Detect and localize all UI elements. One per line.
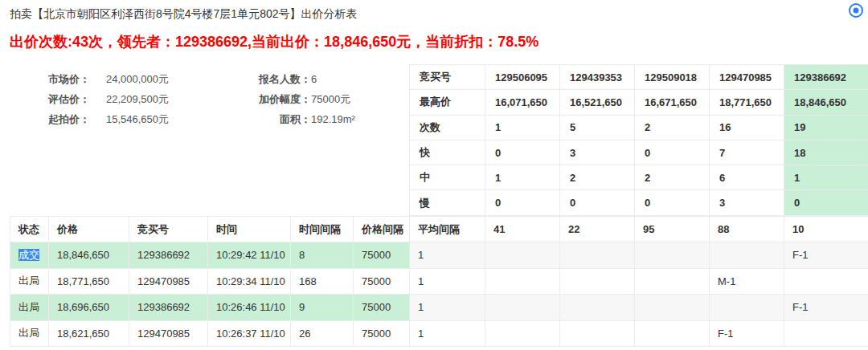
stat-row-label: 快 [410, 140, 485, 165]
stat-cell: 1 [485, 115, 560, 140]
avg-gap-value: 95 [635, 217, 710, 242]
enroll-count-label: 报名人数： [233, 69, 311, 89]
time-gap-cell: 26 [291, 320, 354, 347]
flag-cell: F-1 [784, 242, 868, 269]
stat-cell: 0 [560, 190, 635, 215]
bidder-stats-table: 竞买号 129506095 129439353 129509018 129470… [409, 64, 868, 216]
flag-cell [560, 295, 635, 321]
enroll-count-value: 6 [311, 69, 355, 89]
avg-gap-value: 41 [485, 217, 560, 242]
price-gap-header: 价格间隔 [354, 217, 410, 242]
stat-cell: 16,071,650 [485, 90, 560, 115]
stat-cell: 2 [635, 165, 710, 190]
stat-cell: 129439353 [560, 65, 635, 90]
stat-cell: 16,671,650 [635, 90, 710, 115]
stat-cell: 16,521,650 [560, 90, 635, 115]
flag-cell [635, 242, 710, 269]
status-selected-text: 成交 [18, 249, 39, 261]
stat-cell-leader: 1 [784, 165, 868, 190]
avg-gap-value: 88 [710, 217, 784, 242]
flag-cell [485, 242, 560, 269]
stat-cell-leader: 18,846,650 [784, 90, 868, 115]
bidder-cell: 129470985 [129, 268, 208, 295]
price-gap-cell: 75000 [354, 320, 410, 347]
flag-cell [784, 268, 868, 295]
bid-log-row: 出局 18,771,650 129470985 10:29:34 11/10 1… [10, 268, 868, 295]
stat-cell: 2 [635, 115, 710, 140]
stat-cell: 6 [710, 165, 784, 190]
stat-cell-leader: 129386692 [784, 65, 868, 90]
status-cell: 出局 [10, 320, 49, 347]
stat-cell: 129506095 [485, 65, 560, 90]
flag-cell: F-1 [784, 295, 868, 321]
bidder-number-row: 竞买号 129506095 129439353 129509018 129470… [410, 65, 868, 90]
price-header: 价格 [49, 217, 129, 242]
avg-gap-value: 10 [784, 217, 868, 242]
price-cell: 18,771,650 [49, 268, 129, 295]
time-cell: 10:29:34 11/10 [208, 268, 291, 295]
stat-cell-leader: 0 [784, 190, 868, 215]
bid-log-row: 成交 18,846,650 129386692 10:29:42 11/10 8… [10, 242, 868, 269]
status-cell: 出局 [10, 268, 49, 295]
stat-cell: 129470985 [710, 65, 784, 90]
time-cell: 10:29:42 11/10 [208, 242, 291, 269]
start-price-label: 起拍价： [48, 109, 106, 129]
slow-row: 慢 0 0 0 3 0 [410, 190, 868, 215]
time-cell: 10:26:46 11/10 [208, 295, 291, 321]
status-header: 状态 [10, 217, 49, 242]
bid-log-header-row: 状态 价格 竞买号 时间 时间间隔 价格间隔 平均间隔 41 22 95 88 … [10, 217, 868, 242]
start-price-value: 15,546,650元 [106, 109, 233, 129]
stat-cell: 0 [635, 140, 710, 165]
price-gap-cell: 75000 [354, 268, 410, 295]
flag-cell [710, 242, 784, 269]
increment-value: 75000元 [311, 89, 355, 109]
bid-log-table: 状态 价格 竞买号 时间 时间间隔 价格间隔 平均间隔 41 22 95 88 … [10, 216, 868, 347]
stat-row-label: 竞买号 [410, 65, 485, 90]
bid-count-row: 次数 1 5 2 16 19 [410, 115, 868, 140]
time-gap-cell: 168 [291, 268, 354, 295]
time-gap-cell: 9 [291, 295, 354, 321]
flag-cell: M-1 [710, 268, 784, 295]
stat-cell: 0 [635, 190, 710, 215]
avg-gap-value: 22 [560, 217, 635, 242]
market-price-label: 市场价： [48, 69, 106, 89]
stat-cell: 129509018 [635, 65, 710, 90]
medium-row: 中 1 2 2 6 1 [410, 165, 868, 190]
stat-row-label: 中 [410, 165, 485, 190]
flag-cell [635, 295, 710, 321]
stat-cell: 16 [710, 115, 784, 140]
stat-cell: 0 [485, 190, 560, 215]
stat-cell: 18,771,650 [710, 90, 784, 115]
flag-cell [635, 268, 710, 295]
stat-cell: 3 [560, 140, 635, 165]
flag-cell [560, 268, 635, 295]
time-cell: 10:26:37 11/10 [208, 320, 291, 347]
stat-cell-leader: 19 [784, 115, 868, 140]
stat-row-label: 最高价 [410, 90, 485, 115]
auction-info-panel: 市场价： 24,000,000元 报名人数： 6 评估价： 22,209,500… [48, 69, 355, 129]
bid-log-row: 出局 18,621,650 129470985 10:26:37 11/10 2… [10, 320, 868, 347]
stat-cell: 3 [710, 190, 784, 215]
appraisal-price-label: 评估价： [48, 89, 106, 109]
flag-cell [485, 295, 560, 321]
stat-cell: 7 [710, 140, 784, 165]
record-icon[interactable] [849, 3, 863, 18]
price-cell: 18,621,650 [49, 320, 129, 347]
bidder-cell: 129386692 [129, 295, 208, 321]
flag-cell [784, 320, 868, 347]
flag-cell [560, 242, 635, 269]
price-cell: 18,846,650 [49, 242, 129, 269]
bid-summary-line: 出价次数:43次，领先者：129386692,当前出价：18,846,650元，… [10, 32, 538, 51]
flag-cell: F-1 [710, 320, 784, 347]
bidder-cell: 129470985 [129, 320, 208, 347]
avg-cell: 1 [410, 295, 485, 321]
stat-cell: 1 [485, 165, 560, 190]
bid-log-row: 出局 18,696,650 129386692 10:26:46 11/10 9… [10, 295, 868, 321]
page-title: 拍卖【北京市朝阳区利泽西街8号院4号楼7层1单元802号】出价分析表 [10, 7, 358, 22]
bidder-header: 竞买号 [129, 217, 208, 242]
price-gap-cell: 75000 [354, 242, 410, 269]
stat-row-label: 慢 [410, 190, 485, 215]
stat-cell: 0 [485, 140, 560, 165]
stat-cell: 5 [560, 115, 635, 140]
avg-cell: 1 [410, 320, 485, 347]
